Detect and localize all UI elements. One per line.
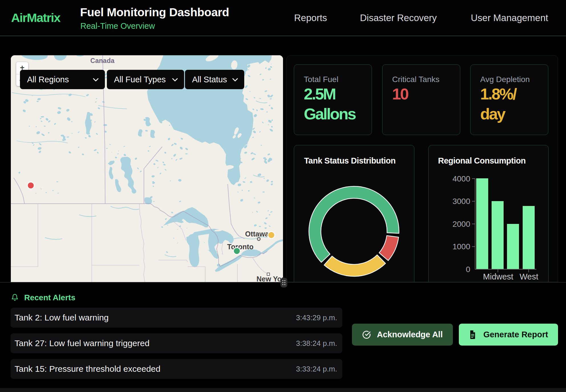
svg-text:Ottawa: Ottawa bbox=[245, 230, 269, 238]
svg-text:0: 0 bbox=[466, 265, 470, 274]
svg-text:2000: 2000 bbox=[453, 220, 470, 228]
svg-text:Midwest: Midwest bbox=[483, 272, 513, 281]
svg-text:4000: 4000 bbox=[453, 174, 470, 183]
svg-text:New York: New York bbox=[256, 275, 283, 282]
svg-text:Canada: Canada bbox=[90, 57, 115, 64]
svg-text:3000: 3000 bbox=[453, 197, 470, 206]
svg-text:West: West bbox=[520, 272, 538, 281]
svg-text:1000: 1000 bbox=[453, 242, 470, 251]
